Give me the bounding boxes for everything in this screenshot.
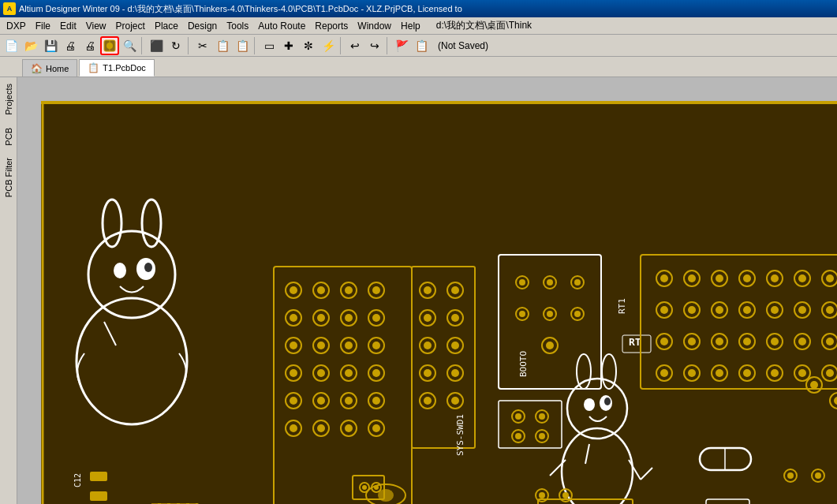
svg-point-198	[539, 413, 545, 420]
move-button[interactable]: ✼	[299, 36, 318, 55]
svg-text:C12: C12	[73, 473, 82, 487]
svg-point-91	[424, 286, 432, 294]
menu-design[interactable]: Design	[183, 19, 222, 33]
svg-line-210	[550, 460, 566, 476]
svg-line-213	[585, 444, 589, 464]
menu-autoroute[interactable]: Auto Route	[253, 19, 310, 33]
svg-point-83	[372, 369, 380, 377]
rotate-button[interactable]: ↻	[166, 36, 185, 55]
print-preview-button[interactable]: 🖨	[61, 36, 80, 55]
home-icon: 🏠	[31, 63, 43, 74]
svg-point-209	[604, 398, 611, 405]
svg-point-53	[317, 286, 325, 294]
zoom-button[interactable]: 🔍	[120, 36, 139, 55]
cut-button[interactable]: ✂	[193, 36, 212, 55]
menu-view[interactable]: View	[81, 19, 111, 33]
svg-point-8	[142, 200, 161, 247]
svg-point-61	[317, 397, 325, 405]
menu-place[interactable]: Place	[150, 19, 183, 33]
menu-file[interactable]: File	[31, 19, 55, 33]
panel-pcbfilter-btn[interactable]: PCB Filter	[2, 151, 16, 203]
svg-point-145	[743, 274, 751, 282]
pcb-canvas[interactable]: C12 C13	[17, 77, 837, 504]
svg-point-143	[716, 274, 723, 282]
svg-line-12	[104, 322, 116, 345]
svg-point-205	[577, 354, 591, 389]
flag-button[interactable]: 🚩	[392, 36, 411, 55]
paste-button[interactable]: 📋	[233, 36, 252, 55]
cross-button[interactable]: ✚	[279, 36, 298, 55]
svg-point-63	[317, 424, 325, 432]
svg-point-191	[798, 369, 806, 377]
svg-point-149	[798, 274, 806, 282]
svg-point-165	[826, 306, 834, 314]
svg-point-189	[771, 369, 779, 377]
svg-point-93	[424, 314, 432, 322]
svg-point-200	[515, 433, 521, 439]
save-button[interactable]: 💾	[41, 36, 60, 55]
undo-button[interactable]: ↩	[346, 36, 364, 55]
svg-point-155	[688, 306, 696, 314]
svg-point-65	[345, 286, 353, 294]
svg-point-183	[688, 369, 696, 377]
svg-point-49	[290, 397, 297, 405]
svg-point-69	[345, 342, 353, 349]
svg-point-204	[567, 379, 627, 439]
highlighted-tool-button[interactable]	[100, 36, 119, 55]
svg-point-127	[519, 311, 525, 317]
menu-window[interactable]: Window	[353, 19, 396, 33]
redo-button[interactable]: ↪	[365, 36, 384, 55]
menu-project[interactable]: Project	[111, 19, 150, 33]
title-bar: A Altium Designer Winter 09 - d:\我的文档\桌面…	[0, 0, 837, 17]
menu-path: d:\我的文档\桌面\Think	[432, 17, 536, 34]
svg-point-167	[660, 338, 668, 345]
panel-projects-btn[interactable]: Projects	[2, 77, 16, 121]
copy-button[interactable]: 📋	[213, 36, 232, 55]
menu-tools[interactable]: Tools	[222, 19, 253, 33]
svg-point-81	[372, 342, 380, 349]
menu-reports[interactable]: Reports	[310, 19, 353, 33]
svg-point-99	[424, 397, 432, 405]
svg-point-7	[103, 200, 121, 247]
svg-point-185	[716, 369, 723, 377]
new-button[interactable]: 📄	[2, 36, 21, 55]
svg-point-141	[688, 274, 696, 282]
svg-point-157	[716, 306, 723, 314]
svg-point-45	[290, 342, 297, 349]
svg-point-175	[771, 338, 779, 345]
rect-button[interactable]: ▭	[260, 36, 278, 55]
svg-point-161	[771, 306, 779, 314]
menu-help[interactable]: Help	[396, 19, 425, 33]
menu-dxp[interactable]: DXP	[2, 19, 31, 33]
pcb-icon: 📋	[88, 62, 99, 73]
svg-point-71	[345, 369, 353, 377]
svg-point-77	[372, 286, 380, 294]
svg-point-6	[88, 231, 175, 318]
select-button[interactable]: ⬛	[147, 36, 166, 55]
print-button[interactable]: 🖨	[80, 36, 99, 55]
wire-button[interactable]: ⚡	[319, 36, 338, 55]
svg-point-203	[562, 428, 633, 504]
panel-pcb-btn[interactable]: PCB	[2, 121, 16, 152]
svg-point-47	[290, 369, 297, 377]
svg-rect-13	[90, 472, 107, 481]
pcb-board[interactable]: C12 C13	[41, 101, 837, 504]
menu-edit[interactable]: Edit	[55, 19, 81, 33]
svg-point-177	[798, 338, 806, 345]
not-saved-label: (Not Saved)	[438, 40, 488, 51]
svg-text:BOOTO: BOOTO	[518, 351, 529, 377]
svg-point-51	[290, 424, 297, 432]
svg-point-123	[547, 279, 553, 286]
svg-point-139	[660, 274, 668, 282]
svg-point-79	[372, 314, 380, 322]
sep2	[188, 37, 191, 54]
svg-point-153	[660, 306, 668, 314]
open-button[interactable]: 📂	[21, 36, 40, 55]
svg-rect-194	[499, 401, 562, 448]
svg-point-87	[372, 424, 380, 432]
svg-point-109	[451, 397, 459, 405]
tab-pcbdoc[interactable]: 📋 T1.PcbDoc	[79, 59, 154, 77]
tab-home[interactable]: 🏠 Home	[22, 59, 77, 77]
inspect-button[interactable]: 📋	[412, 36, 431, 55]
svg-point-173	[743, 338, 751, 345]
